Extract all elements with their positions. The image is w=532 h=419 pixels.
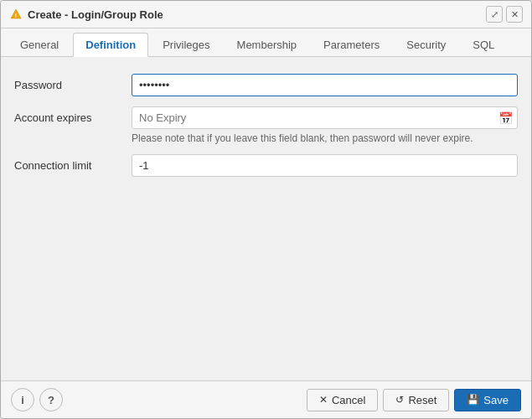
connection-limit-input[interactable]: [132, 154, 518, 177]
calendar-icon[interactable]: 📅: [498, 111, 513, 125]
save-icon: 💾: [467, 394, 479, 406]
tab-content: Password Account expires 📅 Please note t…: [1, 57, 531, 380]
svg-text:!: !: [15, 13, 17, 18]
reset-label: Reset: [408, 394, 436, 406]
dialog-title: Create - Login/Group Role: [28, 8, 163, 21]
password-label: Password: [14, 74, 132, 91]
password-input[interactable]: [132, 74, 518, 96]
password-row: Password: [14, 74, 518, 96]
title-bar: ! Create - Login/Group Role ⤢ ✕: [1, 1, 531, 28]
info-button[interactable]: i: [11, 388, 34, 411]
tab-bar: General Definition Privileges Membership…: [1, 28, 531, 57]
cancel-label: Cancel: [332, 394, 365, 406]
password-field: [132, 74, 518, 96]
date-input-wrapper: 📅: [132, 106, 518, 129]
tab-sql[interactable]: SQL: [460, 33, 507, 57]
close-button[interactable]: ✕: [506, 6, 523, 23]
tab-parameters[interactable]: Parameters: [311, 33, 392, 57]
tab-definition[interactable]: Definition: [73, 33, 148, 57]
save-button[interactable]: 💾 Save: [454, 389, 521, 411]
tab-privileges[interactable]: Privileges: [150, 33, 222, 57]
cancel-button[interactable]: ✕ Cancel: [307, 389, 378, 411]
footer-left: i ?: [11, 388, 63, 411]
tab-membership[interactable]: Membership: [225, 33, 310, 57]
tab-general[interactable]: General: [8, 33, 71, 57]
footer-right: ✕ Cancel ↺ Reset 💾 Save: [307, 389, 521, 411]
title-bar-left: ! Create - Login/Group Role: [9, 8, 163, 21]
tab-security[interactable]: Security: [394, 33, 458, 57]
connection-limit-field: [132, 154, 518, 177]
expand-button[interactable]: ⤢: [486, 6, 503, 23]
footer: i ? ✕ Cancel ↺ Reset 💾 Save: [1, 380, 531, 418]
dialog: ! Create - Login/Group Role ⤢ ✕ General …: [0, 0, 532, 419]
help-button[interactable]: ?: [39, 388, 63, 411]
info-label: i: [21, 394, 24, 406]
account-expires-input[interactable]: [132, 106, 518, 129]
account-expires-label: Account expires: [14, 106, 132, 124]
account-expires-row: Account expires 📅 Please note that if yo…: [14, 106, 518, 144]
app-icon: !: [9, 8, 23, 21]
help-label: ?: [48, 394, 54, 406]
connection-limit-label: Connection limit: [14, 154, 132, 172]
reset-button[interactable]: ↺ Reset: [383, 389, 449, 411]
connection-limit-row: Connection limit: [14, 154, 518, 177]
save-label: Save: [483, 394, 509, 406]
account-expires-field: 📅 Please note that if you leave this fie…: [132, 106, 518, 144]
account-expires-hint: Please note that if you leave this field…: [132, 132, 518, 144]
cancel-icon: ✕: [319, 394, 328, 406]
title-controls: ⤢ ✕: [486, 6, 523, 23]
reset-icon: ↺: [395, 394, 404, 406]
